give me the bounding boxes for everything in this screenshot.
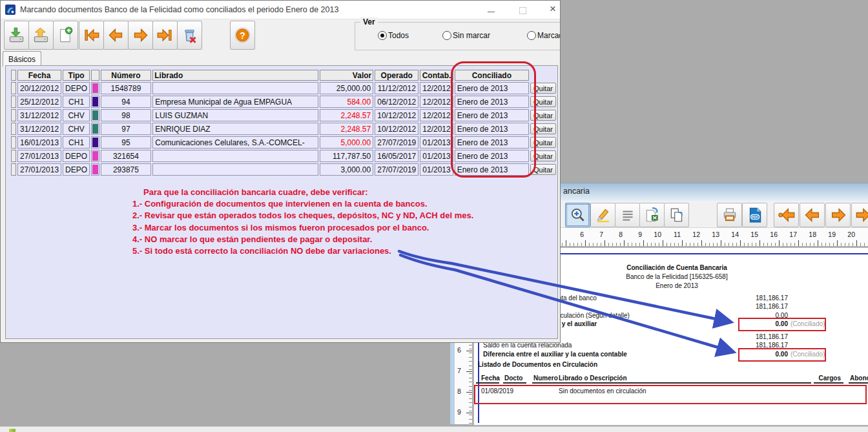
cell-librado[interactable]: ENRIQUE DIAZ (152, 123, 318, 135)
cell-tipo[interactable]: CH1 (63, 96, 90, 108)
doc-header-Abono: Abono (850, 375, 868, 382)
cell-operado[interactable]: 27/07/2019 (375, 136, 418, 149)
minimize-button[interactable] (484, 3, 499, 16)
next-record-button[interactable] (128, 21, 153, 50)
column-header-Fecha[interactable]: Fecha (17, 70, 61, 81)
doc-row-highlight-box (474, 385, 867, 404)
highlight-button[interactable] (590, 203, 615, 227)
column-header-Valor[interactable]: Valor (320, 70, 373, 81)
cell-contab[interactable]: 12/2012 (420, 109, 453, 121)
cell-contab[interactable]: 12/2012 (420, 123, 453, 135)
cell-type-color[interactable] (91, 136, 99, 149)
cell-type-color[interactable] (91, 82, 99, 94)
tab-basicos[interactable]: Básicos (3, 51, 41, 67)
cell-tipo[interactable]: DEPO (63, 163, 90, 176)
cell-numero[interactable]: 321654 (101, 150, 152, 162)
cell-numero[interactable]: 98 (101, 109, 152, 121)
copy-pages-button[interactable] (664, 203, 689, 227)
cell-operado[interactable]: 10/12/2012 (375, 123, 418, 135)
cell-tipo[interactable]: DEPO (63, 82, 90, 94)
radio-marcados[interactable]: Marcados (527, 31, 561, 40)
cell-fecha[interactable]: 20/12/2012 (17, 82, 61, 94)
help-button[interactable]: ? (230, 21, 255, 50)
cell-librado[interactable]: LUIS GUZMAN (152, 109, 318, 121)
maximize-button[interactable] (515, 3, 530, 16)
cell-contab[interactable]: 01/2013 (420, 136, 453, 149)
cell-librado[interactable] (152, 163, 318, 176)
cell-valor[interactable]: 584.00 (320, 96, 373, 108)
column-header-Número[interactable]: Número (101, 70, 152, 81)
cell-contab[interactable]: 01/2013 (420, 163, 453, 176)
column-header-color[interactable] (91, 70, 99, 81)
new-document-button[interactable] (53, 21, 78, 50)
import-button[interactable] (4, 21, 29, 50)
radio-todos[interactable]: Todos (378, 31, 409, 40)
radio-sin-marcar[interactable]: Sin marcar (442, 31, 490, 40)
delete-button[interactable] (177, 21, 202, 50)
cell-librado[interactable]: Empresa Municipal de Agua EMPAGUA (152, 96, 318, 108)
cell-operado[interactable]: 11/12/2012 (375, 82, 418, 94)
nav-next-page-button[interactable] (825, 203, 851, 227)
first-record-button[interactable] (79, 21, 104, 50)
cell-numero[interactable]: 97 (101, 123, 152, 135)
close-button[interactable]: × (544, 1, 561, 17)
cell-valor[interactable]: 2,248.57 (320, 123, 373, 135)
cell-numero[interactable]: 293875 (101, 163, 152, 176)
report-line-value: 0.00 (672, 320, 788, 327)
previous-record-button[interactable] (103, 21, 129, 50)
cell-tipo[interactable]: DEPO (63, 150, 90, 162)
cell-librado[interactable]: Comunicaciones Celulares, S.A.-COMCEL- (152, 136, 318, 149)
text-view-button[interactable] (615, 203, 640, 227)
cell-operado[interactable]: 06/12/2012 (375, 96, 418, 108)
radio-dot (378, 31, 387, 40)
cell-tipo[interactable]: CH1 (63, 136, 90, 149)
nav-first-page-button[interactable] (774, 203, 799, 227)
row-indicator-cell (11, 82, 16, 94)
cell-type-color[interactable] (91, 163, 99, 176)
cell-numero[interactable]: 94 (101, 96, 152, 108)
cell-valor[interactable]: 3,000.00 (320, 163, 373, 176)
nav-last-page-button[interactable] (851, 203, 868, 227)
cell-operado[interactable]: 27/07/2019 (375, 163, 418, 176)
print-button[interactable] (717, 203, 742, 227)
export-pdf-button[interactable]: PDF (742, 203, 767, 227)
cell-librado[interactable] (152, 150, 318, 162)
cell-fecha[interactable]: 27/01/2013 (17, 163, 61, 176)
column-header-Librado[interactable]: Librado (152, 70, 318, 81)
cell-fecha[interactable]: 16/01/2013 (17, 136, 61, 149)
last-record-button[interactable] (152, 21, 178, 50)
annotation-line: 5.- Si todo está correcto la conciliació… (132, 245, 473, 257)
cell-tipo[interactable]: CHV (63, 109, 90, 121)
cell-librado[interactable] (152, 82, 318, 94)
cell-operado[interactable]: 16/05/2017 (375, 150, 418, 162)
cell-valor[interactable]: 25,000.00 (320, 82, 373, 94)
cell-type-color[interactable] (91, 109, 99, 121)
column-header-Tipo[interactable]: Tipo (63, 70, 90, 81)
cell-operado[interactable]: 10/12/2012 (375, 109, 418, 121)
cell-valor[interactable]: 117,787.50 (320, 150, 373, 162)
cell-contab[interactable]: 01/2013 (420, 150, 453, 162)
cell-contab[interactable]: 12/2012 (420, 96, 453, 108)
cell-type-color[interactable] (91, 96, 99, 108)
export-excel-button[interactable] (639, 203, 665, 227)
cell-tipo[interactable]: CHV (63, 123, 90, 135)
zoom-in-button[interactable] (565, 203, 590, 227)
cell-type-color[interactable] (91, 150, 99, 162)
column-header-Contab.[interactable]: Contab. (420, 70, 453, 81)
nav-previous-page-button[interactable] (800, 203, 825, 227)
column-header-Operado[interactable]: Operado (375, 70, 418, 81)
doc-header-underline (503, 382, 526, 384)
cell-contab[interactable]: 12/2012 (420, 82, 453, 94)
cell-numero[interactable]: 1548789 (101, 82, 152, 94)
cell-fecha[interactable]: 31/12/2012 (17, 109, 61, 121)
export-button[interactable] (28, 21, 54, 50)
cell-valor[interactable]: 2,248.57 (320, 109, 373, 121)
cell-type-color[interactable] (91, 123, 99, 135)
cell-fecha[interactable]: 27/01/2013 (17, 150, 61, 162)
ruler-number: 10 (651, 231, 661, 238)
cell-numero[interactable]: 95 (101, 136, 152, 149)
svg-text:PDF: PDF (752, 215, 758, 219)
cell-fecha[interactable]: 31/12/2012 (17, 123, 61, 135)
cell-fecha[interactable]: 25/12/2012 (17, 96, 61, 108)
cell-valor[interactable]: 5,000.00 (320, 136, 373, 149)
